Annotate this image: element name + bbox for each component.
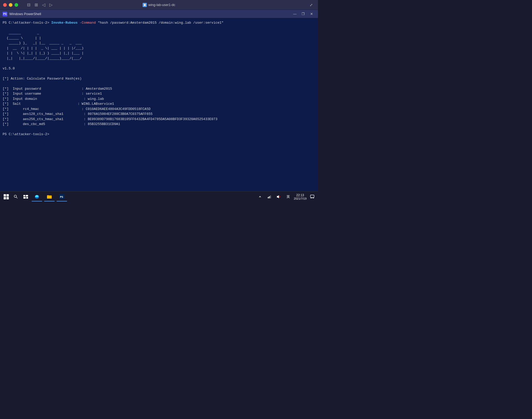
search-icon <box>14 195 18 199</box>
folder-icon <box>47 194 52 199</box>
nav-back-arrow[interactable]: ◁ <box>41 2 46 7</box>
prompt2: PS C:\attacker-tools-2> <box>3 132 49 136</box>
ps-restore-button[interactable]: ❐ <box>299 11 307 17</box>
title-bar-right: ⤢ <box>308 2 315 8</box>
windows-icon <box>4 194 9 199</box>
maximize-button[interactable] <box>15 3 18 7</box>
nav-forward-arrow[interactable]: ▷ <box>48 2 54 7</box>
command-name: Invoke-Rubeus <box>51 21 77 25</box>
network-icon <box>267 195 271 199</box>
mac-title-bar: ⊟ ⊞ ◁ ▷ 📋 wing-lab-user1-dc ⤢ <box>0 0 318 10</box>
input-username-line: [*] Input username : service1 <box>3 92 102 96</box>
svg-rect-16 <box>310 195 314 198</box>
language-label: 英 <box>287 194 290 199</box>
input-password-line: [*] Input password : Amsterdam2015 <box>3 87 112 91</box>
edge-app[interactable] <box>32 192 42 201</box>
task-view-icon <box>23 195 28 199</box>
aes256-line: [*] aes256_cts_hmac_sha1 : BE09389D798B1… <box>3 117 217 121</box>
date-text: 2021/7/19 <box>294 197 307 200</box>
taskbar: PS 英 <box>0 191 318 202</box>
action-text: [*] Action: Calculate Password Hash(es) <box>3 77 82 81</box>
language-button[interactable]: 英 <box>284 193 292 200</box>
notification-icon <box>310 195 314 199</box>
file-explorer-app[interactable] <box>44 192 55 201</box>
svg-rect-13 <box>270 195 271 198</box>
svg-rect-8 <box>47 196 52 199</box>
ps-icon: PS <box>3 12 7 16</box>
svg-marker-14 <box>277 195 279 198</box>
svg-rect-3 <box>26 195 28 197</box>
window-icon: 📋 <box>143 3 147 7</box>
des-line: [*] des_cbc_md5 : 85B3255BB31CD9A1 <box>3 122 120 126</box>
close-button[interactable] <box>3 3 7 7</box>
start-button[interactable] <box>2 193 10 201</box>
window-title: wing-lab-user1-dc <box>148 3 175 7</box>
notification-center-button[interactable] <box>309 193 316 200</box>
minimize-button[interactable] <box>9 3 12 7</box>
rc4-line: [*] rc4_hmac : C010AED6AEE4804A3C49FDD05… <box>3 107 151 111</box>
volume-icon <box>277 195 281 199</box>
svg-rect-11 <box>268 197 269 198</box>
nav-back-icon[interactable]: ⊟ <box>26 2 31 7</box>
svg-point-0 <box>14 195 17 197</box>
prompt1: PS C:\attacker-tools-2> <box>3 21 49 25</box>
svg-rect-4 <box>23 197 26 199</box>
aes128-line: [*] aes128_cts_hmac_sha1 : 8078A15004EF2… <box>3 112 152 116</box>
mac-nav: ⊟ ⊞ ◁ ▷ <box>26 2 54 7</box>
input-domain-line: [*] Input domain : wing.lab <box>3 97 104 101</box>
powershell-window: PS Windows PowerShell — ❐ ✕ PS C:\attack… <box>0 10 318 191</box>
time-text: 22:13 <box>294 193 307 197</box>
ps-title: Windows PowerShell <box>9 12 41 16</box>
sound-icon-button[interactable] <box>275 193 282 200</box>
traffic-lights <box>3 3 18 7</box>
task-view-button[interactable] <box>21 193 30 201</box>
clock-display[interactable]: 22:13 2021/7/19 <box>294 193 307 200</box>
version-text: v1.5.0 <box>3 67 15 70</box>
svg-rect-2 <box>23 195 25 197</box>
svg-rect-5 <box>26 197 28 199</box>
nav-layouts-icon[interactable]: ⊞ <box>34 2 39 7</box>
svg-text:PS: PS <box>60 196 63 199</box>
terminal-output: PS C:\attacker-tools-2> Invoke-Rubeus -C… <box>0 18 318 191</box>
ps-title-bar: PS Windows PowerShell — ❐ ✕ <box>0 10 318 18</box>
ps-close-button[interactable]: ✕ <box>308 11 315 17</box>
mac-share-icon[interactable]: ⤢ <box>308 2 315 8</box>
edge-icon <box>34 194 39 199</box>
taskbar-right: 英 22:13 2021/7/19 <box>256 193 316 200</box>
command-arg-text: "hash /password:Amsterdam2015 /domain:wi… <box>98 21 224 25</box>
ps-controls: — ❐ ✕ <box>291 11 315 17</box>
svg-line-1 <box>16 197 18 198</box>
command-arg <box>96 21 98 25</box>
search-button[interactable] <box>11 193 20 201</box>
powershell-icon: PS <box>59 194 64 199</box>
network-icon-button[interactable] <box>266 193 273 200</box>
salt-line: [*] Salt : WING.LABservice1 <box>3 102 114 106</box>
title-center: 📋 wing-lab-user1-dc <box>143 3 175 7</box>
ps-minimize-button[interactable]: — <box>291 11 299 17</box>
tray-expand-button[interactable] <box>256 193 264 200</box>
command-flag-text: -Command <box>79 21 96 25</box>
svg-rect-12 <box>269 196 270 198</box>
powershell-app[interactable]: PS <box>57 192 67 201</box>
caret-up-icon <box>259 195 261 198</box>
